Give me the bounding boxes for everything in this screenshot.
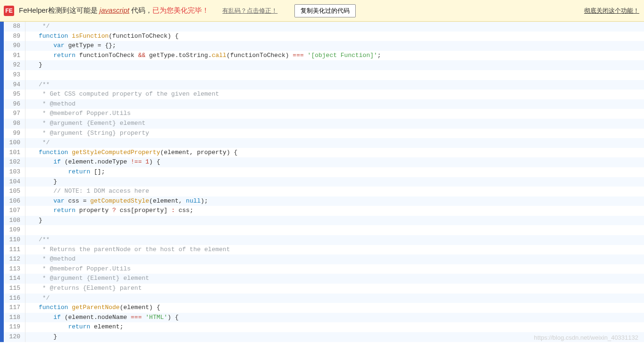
code-row: 99 * @argument {String} property <box>4 129 644 139</box>
code-source[interactable]: // NOTE: 1 DOM access here <box>25 187 149 196</box>
code-row: 117function getParentNode(element) { <box>4 303 644 313</box>
line-number[interactable]: 93 <box>4 70 25 80</box>
banner-mid: 代码， <box>129 6 152 14</box>
code-source[interactable]: return element; <box>25 322 123 332</box>
code-row: 118 if (element.nodeName === 'HTML') { <box>4 313 644 323</box>
close-feature-link[interactable]: 彻底关闭这个功能！ <box>584 7 639 15</box>
code-row: 108} <box>4 216 644 226</box>
code-row: 101function getStyleComputedProperty(ele… <box>4 148 644 158</box>
line-number[interactable]: 115 <box>4 284 25 294</box>
code-row: 113 * @memberof Popper.Utils <box>4 264 644 274</box>
code-source[interactable]: */ <box>25 138 50 148</box>
line-number[interactable]: 114 <box>4 274 25 284</box>
fix-encoding-link[interactable]: 有乱码？点击修正！ <box>222 7 277 15</box>
line-number[interactable]: 90 <box>4 41 25 51</box>
line-number[interactable]: 97 <box>4 109 25 119</box>
line-number[interactable]: 99 <box>4 129 25 139</box>
line-number[interactable]: 110 <box>4 235 25 245</box>
code-row: 119 return element; <box>4 322 644 332</box>
code-row: 120 } <box>4 332 644 342</box>
code-source[interactable]: return property ? css[property] : css; <box>25 206 193 216</box>
code-source[interactable]: /** <box>25 235 50 245</box>
code-row: 111 * Returns the parentNode or the host… <box>4 245 644 255</box>
code-source[interactable]: * @method <box>25 254 75 264</box>
code-row: 110/** <box>4 235 644 245</box>
code-lines[interactable]: 88 */89function isFunction(functionToChe… <box>4 22 644 342</box>
code-row: 95 * Get CSS computed property of the gi… <box>4 90 644 99</box>
line-number[interactable]: 116 <box>4 294 25 303</box>
code-source[interactable]: * @returns {Element} parent <box>25 284 142 294</box>
code-source[interactable]: * @method <box>25 99 75 109</box>
line-number[interactable]: 103 <box>4 167 25 177</box>
code-row: 106 var css = getComputedStyle(element, … <box>4 196 644 206</box>
code-source[interactable]: * @memberof Popper.Utils <box>25 264 131 274</box>
code-source[interactable]: if (element.nodeName === 'HTML') { <box>25 313 179 323</box>
line-number[interactable]: 111 <box>4 245 25 255</box>
code-source[interactable]: /** <box>25 80 50 90</box>
code-source[interactable]: */ <box>25 294 50 303</box>
line-number[interactable]: 101 <box>4 148 25 158</box>
code-row: 104 } <box>4 177 644 187</box>
code-row: 96 * @method <box>4 99 644 109</box>
code-row: 90 var getType = {}; <box>4 41 644 51</box>
code-row: 109 <box>4 225 644 235</box>
line-number[interactable]: 96 <box>4 99 25 109</box>
line-number[interactable]: 113 <box>4 264 25 274</box>
code-source[interactable]: if (element.nodeType !== 1) { <box>25 157 160 167</box>
line-number[interactable]: 102 <box>4 157 25 167</box>
code-source[interactable]: * @argument {Element} element <box>25 274 149 284</box>
code-row: 112 * @method <box>4 254 644 264</box>
line-number[interactable]: 119 <box>4 322 25 332</box>
code-row: 98 * @argument {Eement} element <box>4 119 644 129</box>
line-number[interactable]: 107 <box>4 206 25 216</box>
banner-prefix: FeHelper检测到这可能是 <box>19 6 100 14</box>
code-source[interactable]: } <box>25 332 57 342</box>
line-number[interactable]: 92 <box>4 60 25 70</box>
code-row: 100 */ <box>4 138 644 148</box>
line-number[interactable]: 88 <box>4 22 25 32</box>
line-number[interactable]: 120 <box>4 332 25 342</box>
code-source[interactable] <box>25 225 39 235</box>
line-number[interactable]: 100 <box>4 138 25 148</box>
line-number[interactable]: 91 <box>4 51 25 61</box>
code-source[interactable]: */ <box>25 22 50 32</box>
code-source[interactable]: } <box>25 177 57 187</box>
code-row: 92} <box>4 60 644 70</box>
line-number[interactable]: 117 <box>4 303 25 313</box>
code-source[interactable] <box>25 70 39 80</box>
code-source[interactable]: function getParentNode(element) { <box>25 303 160 313</box>
line-number[interactable]: 108 <box>4 216 25 226</box>
code-row: 103 return []; <box>4 167 644 177</box>
code-source[interactable]: var css = getComputedStyle(element, null… <box>25 196 208 206</box>
line-number[interactable]: 98 <box>4 119 25 129</box>
code-row: 91 return functionToCheck && getType.toS… <box>4 51 644 61</box>
line-number[interactable]: 95 <box>4 90 25 99</box>
line-number[interactable]: 94 <box>4 80 25 90</box>
code-viewer: 88 */89function isFunction(functionToChe… <box>0 22 644 342</box>
line-number[interactable]: 89 <box>4 32 25 41</box>
code-source[interactable]: } <box>25 216 42 226</box>
line-number[interactable]: 104 <box>4 177 25 187</box>
code-source[interactable]: * Returns the parentNode or the host of … <box>25 245 230 255</box>
code-source[interactable]: function getStyleComputedProperty(elemen… <box>25 148 237 158</box>
line-number[interactable]: 109 <box>4 225 25 235</box>
code-source[interactable]: return functionToCheck && getType.toStri… <box>25 51 381 61</box>
code-source[interactable]: var getType = {}; <box>25 41 116 51</box>
line-number[interactable]: 112 <box>4 254 25 264</box>
code-source[interactable]: * @argument {Eement} element <box>25 119 145 129</box>
code-source[interactable]: function isFunction(functionToCheck) { <box>25 32 178 41</box>
code-source[interactable]: * @argument {String} property <box>25 129 149 139</box>
banner-language-link[interactable]: javascript <box>100 6 129 14</box>
line-number[interactable]: 118 <box>4 313 25 323</box>
code-source[interactable]: return []; <box>25 167 105 177</box>
code-row: 89function isFunction(functionToCheck) { <box>4 32 644 41</box>
code-source[interactable]: } <box>25 60 42 70</box>
line-number[interactable]: 106 <box>4 196 25 206</box>
line-number[interactable]: 105 <box>4 187 25 196</box>
code-row: 107 return property ? css[property] : cs… <box>4 206 644 216</box>
code-source[interactable]: * Get CSS computed property of the given… <box>25 90 219 99</box>
code-source[interactable]: * @memberof Popper.Utils <box>25 109 131 119</box>
copy-code-button[interactable]: 复制美化过的代码 <box>294 4 356 17</box>
code-row: 88 */ <box>4 22 644 32</box>
code-row: 115 * @returns {Element} parent <box>4 284 644 294</box>
